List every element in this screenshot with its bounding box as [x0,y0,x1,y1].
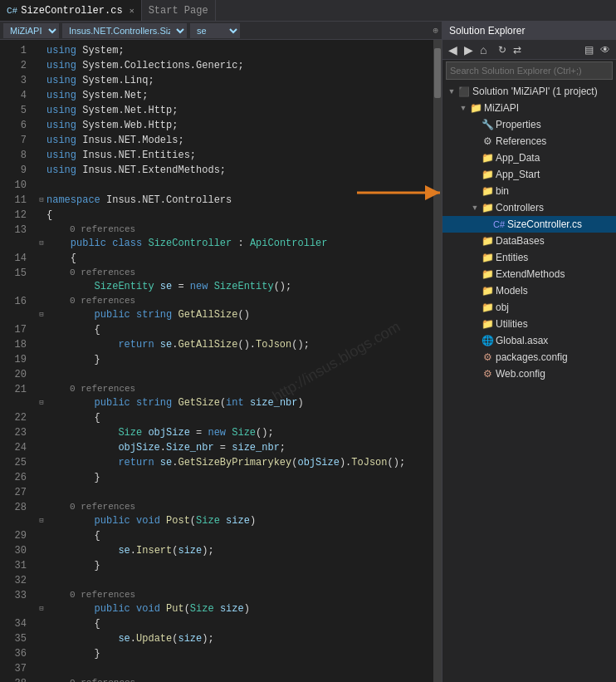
editor-panel: MiZiAPI Insus.NET.Controllers.SizeC se ⊕… [0,22,442,682]
line-number: 1 [0,43,27,58]
line-number: 13 [0,223,27,238]
fold-button[interactable]: ⊟ [37,310,46,320]
code-line: return se.GetSizeByPrimarykey(objSize).T… [37,455,430,470]
line-number: 30 [0,543,27,558]
namespace-dropdown[interactable]: MiZiAPI [3,23,59,38]
tree-arrow: ▼ [446,87,457,96]
line-number: 37 [0,661,27,676]
solution-tree: ▼⬛Solution 'MiZiAPI' (1 project)▼📁MiZiAP… [442,81,616,682]
tree-item-label: Utilities [496,318,528,330]
tree-item-packages.config[interactable]: ⚙packages.config [442,349,616,366]
tree-item-app_data[interactable]: 📁App_Data [442,150,616,166]
solution-search-input[interactable] [446,61,613,80]
tree-item-entities[interactable]: 📁Entities [442,249,616,266]
tree-item-bin[interactable]: 📁bin [442,183,616,199]
line-number: 23 [0,425,27,440]
tree-item-utilities[interactable]: 📁Utilities [442,316,616,332]
tree-icon: 📁 [481,318,494,330]
tree-item-web.config[interactable]: ⚙Web.config [442,366,616,382]
line-numbers: 1234567891011121314151617181920212223242… [0,40,30,682]
tree-item-label: App_Start [496,169,540,180]
tree-icon: ⚙ [481,351,494,363]
tree-item-references[interactable]: ⚙References [442,133,616,150]
code-tokens: public void Put(Size size) [46,601,250,616]
solution-icon: ⬛ [457,86,471,97]
code-tokens: { [46,528,100,543]
code-line: using System.Linq; [37,73,430,88]
code-tokens: } [46,352,100,367]
add-icon[interactable]: ⊕ [433,25,438,36]
tab-startpage[interactable]: Start Page [142,0,216,21]
line-number: 35 [0,631,27,646]
tree-item-properties[interactable]: 🔧Properties [442,116,616,133]
tree-item-label: References [496,135,546,147]
reference-hint: 0 references [37,588,430,601]
code-line [37,573,430,588]
fold-button[interactable]: ⊟ [37,195,46,205]
tree-item-controllers[interactable]: ▼📁Controllers [442,199,616,216]
fold-button[interactable]: ⊟ [37,238,46,248]
tree-item-label: packages.config [496,351,568,363]
fold-button[interactable]: ⊟ [37,398,46,408]
line-number: 24 [0,440,27,455]
scrollbar-thumb[interactable] [434,48,441,98]
tab-bar: C# SizeController.cs ✕ Start Page [0,0,616,22]
refresh-button[interactable]: ↻ [496,44,509,56]
tree-item-obj[interactable]: 📁obj [442,299,616,316]
fold-button[interactable]: ⊟ [37,604,46,614]
tree-item-global.asax[interactable]: 🌐Global.asax [442,332,616,349]
home-button[interactable]: ⌂ [477,43,489,56]
code-line: Size objSize = new Size(); [37,425,430,440]
editor-nav: MiZiAPI Insus.NET.Controllers.SizeC se ⊕ [0,22,442,40]
tree-icon: 📁 [481,169,494,180]
code-line: using Insus.NET.Entities; [37,148,430,163]
preview-button[interactable]: 👁 [598,44,613,56]
tree-item-sizecontroller.cs[interactable]: C#SizeController.cs [442,216,616,233]
code-line: { [37,322,430,337]
code-line: SizeEntity se = new SizeEntity(); [37,279,430,294]
fold-button[interactable]: ⊟ [37,516,46,526]
tree-icon: 📁 [481,202,494,213]
code-line: { [37,208,430,223]
tree-item-label: Entities [496,252,528,263]
tree-item-label: ExtendMethods [496,268,565,280]
solution-title: Solution Explorer [449,25,525,37]
class-dropdown[interactable]: Insus.NET.Controllers.SizeC [62,23,187,38]
code-area[interactable]: http://insus.blogs.com using System;usin… [30,40,433,682]
code-line: objSize.Size_nbr = size_nbr; [37,440,430,455]
code-line: ⊟namespace Insus.NET.Controllers [37,193,430,208]
member-dropdown[interactable]: se [190,23,240,38]
code-line: { [37,528,430,543]
scrollbar-vertical[interactable] [433,40,442,682]
line-number: 20 [0,367,27,382]
tree-item-models[interactable]: 📁Models [442,282,616,299]
tree-item-app_start[interactable]: 📁App_Start [442,166,616,183]
tree-item-label: Properties [496,119,541,130]
back-button[interactable]: ◀ [446,43,460,56]
code-line: se.Update(size); [37,631,430,646]
tree-item-solution-root[interactable]: ▼⬛Solution 'MiZiAPI' (1 project) [442,83,616,100]
tree-item-extendmethods[interactable]: 📁ExtendMethods [442,266,616,282]
tree-icon: 📁 [481,235,494,247]
sync-button[interactable]: ⇄ [511,44,524,56]
code-tokens: using System.Linq; [46,73,154,88]
line-number: 12 [0,208,27,223]
tree-item-label: bin [496,185,509,197]
code-tokens: using System.Net.Http; [46,103,178,118]
line-number: 28 [0,500,27,515]
tab-sizecontroller[interactable]: C# SizeController.cs ✕ [0,0,142,21]
properties-button[interactable]: ▤ [582,44,596,56]
close-icon[interactable]: ✕ [130,6,134,16]
code-tokens: { [46,251,76,266]
line-number: 34 [0,616,27,631]
tree-item-databases[interactable]: 📁DataBases [442,233,616,249]
line-number: 7 [0,133,27,148]
cs-icon: C# [7,6,17,16]
tree-item-miziapi[interactable]: ▼📁MiZiAPI [442,100,616,116]
code-tokens: using Insus.NET.Entities; [46,148,196,163]
line-number: 4 [0,88,27,103]
forward-button[interactable]: ▶ [462,43,476,56]
reference-hint: 0 references [37,223,430,236]
code-line [37,178,430,193]
code-tokens: Size objSize = new Size(); [46,425,274,440]
